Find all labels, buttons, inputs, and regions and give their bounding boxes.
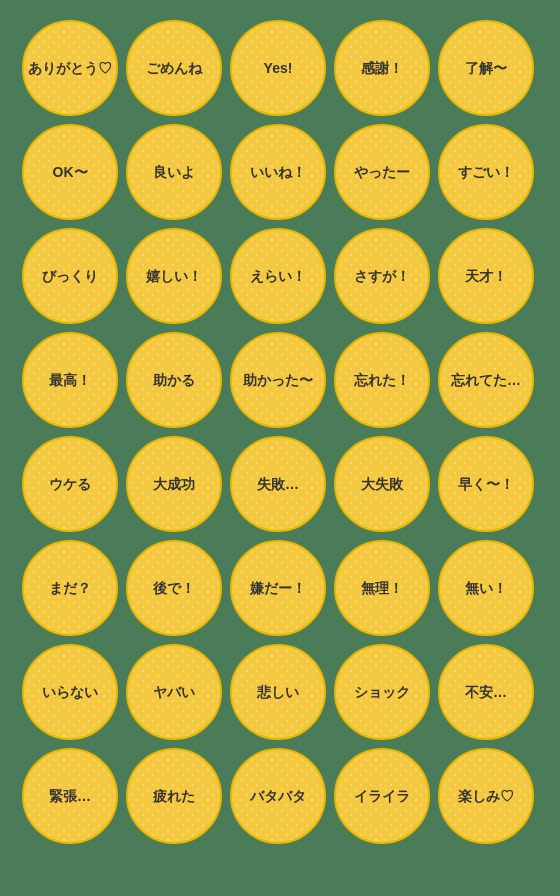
- badge-32[interactable]: 悲しい: [230, 644, 326, 740]
- badge-14[interactable]: 天才！: [438, 228, 534, 324]
- badge-label-20: ウケる: [45, 471, 95, 497]
- badge-35[interactable]: 緊張…: [22, 748, 118, 844]
- badge-label-3: 感謝！: [357, 55, 407, 81]
- badge-label-17: 助かった〜: [239, 367, 317, 393]
- badge-label-33: ショック: [350, 679, 414, 705]
- badge-grid: ありがとう♡ごめんねYes!感謝！了解〜OK〜良いよいいね！やったーすごい！びっ…: [14, 10, 546, 854]
- badge-label-30: いらない: [38, 679, 102, 705]
- badge-label-4: 了解〜: [461, 55, 511, 81]
- badge-label-6: 良いよ: [149, 159, 199, 185]
- badge-label-38: イライラ: [350, 783, 414, 809]
- badge-20[interactable]: ウケる: [22, 436, 118, 532]
- badge-9[interactable]: すごい！: [438, 124, 534, 220]
- badge-label-16: 助かる: [149, 367, 199, 393]
- badge-label-34: 不安…: [461, 679, 511, 705]
- badge-label-27: 嫌だー！: [246, 575, 310, 601]
- badge-label-37: バタバタ: [246, 783, 310, 809]
- badge-label-14: 天才！: [461, 263, 511, 289]
- badge-24[interactable]: 早く〜！: [438, 436, 534, 532]
- badge-label-23: 大失敗: [357, 471, 407, 497]
- badge-label-8: やったー: [350, 159, 414, 185]
- badge-label-22: 失敗…: [253, 471, 303, 497]
- badge-5[interactable]: OK〜: [22, 124, 118, 220]
- badge-18[interactable]: 忘れた！: [334, 332, 430, 428]
- badge-label-1: ごめんね: [142, 55, 206, 81]
- badge-label-26: 後で！: [149, 575, 199, 601]
- badge-26[interactable]: 後で！: [126, 540, 222, 636]
- badge-label-31: ヤバい: [149, 679, 199, 705]
- badge-label-13: さすが！: [350, 263, 414, 289]
- badge-34[interactable]: 不安…: [438, 644, 534, 740]
- badge-10[interactable]: びっくり: [22, 228, 118, 324]
- badge-19[interactable]: 忘れてた…: [438, 332, 534, 428]
- badge-label-9: すごい！: [454, 159, 518, 185]
- badge-37[interactable]: バタバタ: [230, 748, 326, 844]
- badge-12[interactable]: えらい！: [230, 228, 326, 324]
- badge-0[interactable]: ありがとう♡: [22, 20, 118, 116]
- badge-label-21: 大成功: [149, 471, 199, 497]
- badge-13[interactable]: さすが！: [334, 228, 430, 324]
- badge-28[interactable]: 無理！: [334, 540, 430, 636]
- badge-label-11: 嬉しい！: [142, 263, 206, 289]
- badge-17[interactable]: 助かった〜: [230, 332, 326, 428]
- badge-39[interactable]: 楽しみ♡: [438, 748, 534, 844]
- badge-6[interactable]: 良いよ: [126, 124, 222, 220]
- badge-label-7: いいね！: [246, 159, 310, 185]
- badge-29[interactable]: 無い！: [438, 540, 534, 636]
- badge-11[interactable]: 嬉しい！: [126, 228, 222, 324]
- badge-label-18: 忘れた！: [350, 367, 414, 393]
- badge-30[interactable]: いらない: [22, 644, 118, 740]
- badge-label-32: 悲しい: [253, 679, 303, 705]
- badge-label-24: 早く〜！: [454, 471, 518, 497]
- badge-3[interactable]: 感謝！: [334, 20, 430, 116]
- badge-27[interactable]: 嫌だー！: [230, 540, 326, 636]
- badge-1[interactable]: ごめんね: [126, 20, 222, 116]
- badge-23[interactable]: 大失敗: [334, 436, 430, 532]
- badge-25[interactable]: まだ？: [22, 540, 118, 636]
- badge-15[interactable]: 最高！: [22, 332, 118, 428]
- badge-2[interactable]: Yes!: [230, 20, 326, 116]
- badge-label-19: 忘れてた…: [447, 367, 525, 393]
- badge-label-15: 最高！: [45, 367, 95, 393]
- badge-label-36: 疲れた: [149, 783, 199, 809]
- badge-label-12: えらい！: [246, 263, 310, 289]
- badge-7[interactable]: いいね！: [230, 124, 326, 220]
- badge-label-0: ありがとう♡: [24, 55, 116, 81]
- badge-label-10: びっくり: [38, 263, 102, 289]
- badge-label-35: 緊張…: [45, 783, 95, 809]
- badge-label-2: Yes!: [260, 55, 297, 81]
- badge-label-5: OK〜: [49, 159, 92, 185]
- badge-4[interactable]: 了解〜: [438, 20, 534, 116]
- badge-36[interactable]: 疲れた: [126, 748, 222, 844]
- badge-22[interactable]: 失敗…: [230, 436, 326, 532]
- badge-label-25: まだ？: [45, 575, 95, 601]
- badge-16[interactable]: 助かる: [126, 332, 222, 428]
- badge-33[interactable]: ショック: [334, 644, 430, 740]
- badge-8[interactable]: やったー: [334, 124, 430, 220]
- badge-label-29: 無い！: [461, 575, 511, 601]
- badge-label-39: 楽しみ♡: [454, 783, 518, 809]
- badge-38[interactable]: イライラ: [334, 748, 430, 844]
- badge-31[interactable]: ヤバい: [126, 644, 222, 740]
- badge-label-28: 無理！: [357, 575, 407, 601]
- badge-21[interactable]: 大成功: [126, 436, 222, 532]
